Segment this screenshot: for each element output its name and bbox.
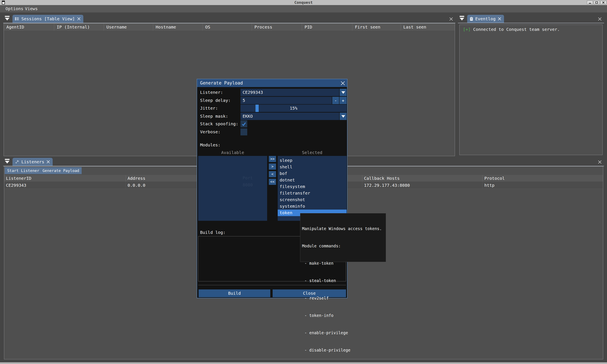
eventlog-entry: [+] Connected to Conquest team server.	[460, 25, 602, 34]
dialog-titlebar[interactable]: Generate Payload	[197, 79, 347, 87]
tab-listeners-label: Listeners	[21, 159, 44, 164]
menubar: Options Views	[0, 5, 607, 13]
move-right-button[interactable]: >	[269, 164, 276, 170]
listener-label: Listener:	[200, 89, 223, 96]
status-prefix: [+]	[463, 27, 470, 32]
menu-options[interactable]: Options	[5, 5, 23, 13]
panel-close-icon[interactable]	[598, 160, 602, 164]
collapse-triangle	[5, 161, 10, 164]
column-header[interactable]: Callback Hosts	[362, 175, 483, 182]
tab-close-icon[interactable]	[498, 17, 501, 21]
dialog-title: Generate Payload	[200, 80, 243, 86]
checkmark-icon	[241, 121, 246, 127]
close-icon	[602, 1, 605, 4]
list-item[interactable]: shell	[278, 164, 347, 170]
column-header[interactable]: OS	[202, 24, 252, 31]
list-item[interactable]: sleep	[278, 157, 347, 164]
sleep-mask-label: Sleep mask:	[200, 113, 228, 120]
column-header[interactable]: Protocol	[483, 175, 603, 182]
build-log-label: Build log:	[200, 230, 225, 235]
list-item[interactable]: filetransfer	[278, 190, 347, 196]
panel-close-icon[interactable]	[598, 17, 602, 21]
build-button[interactable]: Build	[199, 289, 270, 297]
tooltip-line: - disable-privilege	[302, 347, 384, 353]
eventlog-output[interactable]: [+] Connected to Conquest team server.	[459, 25, 603, 155]
column-header[interactable]: Last seen	[400, 24, 455, 31]
move-all-left-button[interactable]: <<	[269, 179, 276, 185]
modules-label: Modules:	[200, 143, 220, 147]
list-item[interactable]: screenshot	[278, 196, 347, 203]
column-header[interactable]: Process	[252, 24, 302, 31]
collapse-bar	[460, 16, 464, 17]
column-header[interactable]: First seen	[352, 24, 400, 31]
tooltip-line: Manipulate Windows access tokens.	[302, 226, 384, 232]
listener-combobox[interactable]: CE299343	[240, 89, 347, 96]
verbose-checkbox[interactable]	[240, 129, 247, 135]
collapse-panel-icon[interactable]	[460, 16, 465, 22]
list-item[interactable]: bof	[278, 170, 347, 177]
sleep-delay-spinner: 5 - +	[240, 97, 347, 104]
titlebar[interactable]: Conquest	[0, 0, 607, 5]
sleep-mask-value: EKKO	[240, 113, 339, 120]
sleep-delay-increment-button[interactable]: +	[339, 97, 347, 104]
bleedthrough-ghost-text: Port 8080	[243, 174, 253, 188]
tab-close-icon[interactable]	[46, 160, 50, 164]
chevron-down-icon	[341, 115, 345, 118]
available-modules-list[interactable]: Port 8080	[198, 156, 267, 221]
column-header[interactable]: Hostname	[153, 24, 202, 31]
tab-eventlog-label: Eventlog	[475, 16, 496, 21]
list-item[interactable]: filesystem	[278, 183, 347, 190]
chevron-down-icon	[341, 91, 345, 94]
tab-eventlog[interactable]: Eventlog	[467, 15, 504, 23]
close-window-button[interactable]	[600, 1, 606, 4]
eventlog-panel: Eventlog [+] Connected to Conquest team …	[458, 14, 604, 156]
column-header[interactable]: IP (Internal)	[54, 24, 104, 31]
listener-dropdown-button[interactable]	[340, 89, 347, 96]
move-left-button[interactable]: <	[269, 171, 276, 177]
listener-id-cell: CE299343	[4, 182, 126, 189]
tooltip-line: Module commands:	[302, 243, 384, 249]
satellite-dish-icon	[15, 160, 19, 164]
menu-views[interactable]: Views	[25, 5, 38, 13]
tab-listeners[interactable]: Listeners	[13, 158, 53, 166]
sleep-mask-dropdown-button[interactable]	[340, 113, 347, 120]
column-header[interactable]: Username	[104, 24, 153, 31]
tab-close-icon[interactable]	[77, 17, 81, 21]
jitter-slider[interactable]: 15%	[240, 104, 347, 112]
column-header[interactable]: AgentID	[4, 24, 54, 31]
list-icon	[15, 17, 19, 21]
tooltip-line: - rev2self	[302, 295, 384, 301]
maximize-icon	[595, 1, 598, 4]
minimize-button[interactable]	[587, 1, 593, 4]
sleep-delay-decrement-button[interactable]: -	[332, 97, 339, 104]
maximize-button[interactable]	[594, 1, 600, 4]
stack-spoofing-checkbox[interactable]	[240, 120, 247, 127]
sessions-tab-strip: Sessions [Table View]	[3, 14, 455, 23]
generate-payload-button[interactable]: Generate Payload	[40, 167, 82, 174]
panel-close-icon[interactable]	[449, 17, 453, 21]
collapse-panel-icon[interactable]	[5, 16, 10, 22]
collapse-panel-icon[interactable]	[5, 159, 10, 165]
move-all-right-button[interactable]: >>	[269, 156, 276, 162]
tab-sessions[interactable]: Sessions [Table View]	[13, 15, 83, 23]
verbose-label: Verbose:	[200, 129, 220, 135]
start-listener-button[interactable]: Start Listener	[5, 167, 42, 174]
window-title: Conquest	[0, 0, 607, 5]
collapse-triangle	[460, 18, 464, 21]
eventlog-text: Connected to Conquest team server.	[470, 27, 560, 32]
jitter-label: Jitter:	[200, 104, 218, 112]
column-header[interactable]: ListenerID	[4, 175, 126, 182]
sleep-mask-combobox[interactable]: EKKO	[240, 113, 347, 120]
listener-callback-cell: 172.29.177.43:8080	[362, 182, 483, 189]
sleep-delay-label: Sleep delay:	[200, 97, 231, 104]
available-header: Available	[198, 150, 267, 155]
dialog-close-icon[interactable]	[340, 81, 345, 86]
list-item[interactable]: systeminfo	[278, 203, 347, 209]
list-item[interactable]: dotnet	[278, 177, 347, 183]
tooltip-line: - make-token	[302, 260, 384, 266]
sleep-delay-input[interactable]: 5	[240, 97, 332, 104]
sessions-table-header: AgentID IP (Internal) Username Hostname …	[4, 24, 455, 31]
column-header[interactable]: PID	[302, 24, 352, 31]
conquest-window: Conquest Options Views Sessions [Table V…	[0, 0, 607, 364]
stack-spoofing-label: Stack spoofing:	[200, 120, 238, 127]
